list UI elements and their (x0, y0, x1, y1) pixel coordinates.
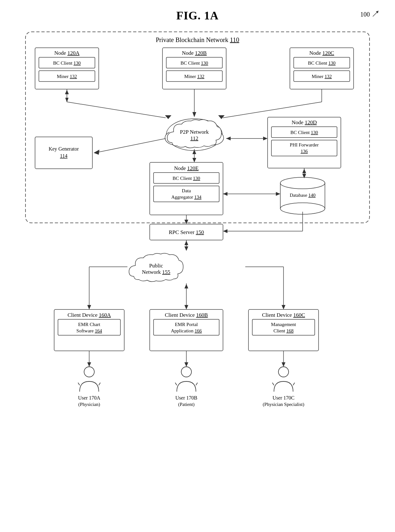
client-device-160b-sw: EMR Portal (175, 322, 198, 327)
node-120a-label: Node 120A (54, 50, 80, 56)
key-generator-ref: 114 (60, 153, 67, 159)
rpc-server-label: RPC Server 150 (169, 229, 204, 235)
arrowhead-120b (192, 112, 196, 117)
user-170a-label: User 170A (78, 395, 100, 401)
arrowhead-160b-user (184, 362, 188, 367)
database-shape: Database 140 (280, 177, 325, 214)
arrowhead-rpc-down (184, 246, 188, 251)
svg-line-25 (272, 383, 274, 385)
svg-text:P2P Network: P2P Network (180, 129, 209, 135)
svg-line-23 (196, 383, 198, 385)
p2p-cloud: P2P Network 112 (165, 119, 224, 151)
arrowhead-pub-160c (282, 305, 285, 309)
node-120e-aggregator: Data (182, 188, 191, 193)
node-120c-label: Node 120C (309, 50, 334, 56)
arrowhead-160b-pub (184, 284, 188, 288)
client-device-160b-sw2: Application 166 (171, 328, 202, 333)
node-120d-phi: PHI Forwarder (290, 142, 319, 147)
user-170c-label: User 170C (273, 395, 295, 401)
client-device-160c-label: Client Device 160C (262, 312, 305, 318)
svg-text:112: 112 (190, 135, 198, 141)
svg-point-21 (181, 367, 191, 377)
client-device-160a-sw2: Software 164 (76, 328, 102, 333)
svg-line-22 (175, 383, 177, 385)
private-network-label: Private Blockchain Network 110 (156, 36, 239, 43)
page-title: FIG. 1A (0, 0, 395, 29)
arrowhead-120d-p2p (226, 137, 231, 140)
client-device-160c-sw: Management (271, 322, 296, 327)
arrowhead-p2p-120d (263, 137, 268, 140)
arrowhead-db-120e (223, 192, 227, 196)
svg-line-26 (293, 383, 295, 385)
arrow-p2p-to-keygen (98, 138, 166, 152)
node-120b-label: Node 120B (182, 50, 207, 56)
node-120e-aggregator2: Aggregator 134 (171, 195, 202, 200)
node-120a-miner: Miner 132 (57, 74, 77, 79)
client-device-160b-label: Client Device 160B (165, 312, 208, 318)
node-120c-bc-client: BC Client 130 (308, 60, 336, 66)
arrowhead-120a-up (65, 90, 69, 94)
arrowhead-120c-p2p (218, 115, 225, 119)
user-170a-sublabel: (Physician) (78, 402, 100, 407)
page-container: FIG. 1A 100 Private Blockchain Network 1… (0, 0, 395, 532)
user-170a-icon (78, 367, 100, 392)
node-120d-phi-ref: 136 (301, 149, 308, 154)
svg-point-18 (84, 367, 94, 377)
diagram-svg: Private Blockchain Network 110 Node 120A… (16, 29, 379, 525)
node-120e-label: Node 120E (174, 165, 199, 171)
arrowhead-pub-up (184, 241, 188, 245)
node-120a-bc-client: BC Client 130 (53, 60, 81, 66)
svg-line-19 (78, 383, 80, 385)
svg-text:Network 155: Network 155 (142, 269, 170, 275)
client-device-160c-sw2: Client 168 (274, 328, 294, 333)
key-generator-box (35, 137, 92, 169)
public-network-cloud: Public Network 155 (129, 253, 183, 281)
client-device-160a-sw: EMR Chart (78, 322, 100, 327)
arrowhead-pub-160a (87, 305, 91, 309)
user-170b-label: User 170B (176, 395, 198, 401)
arrowhead-120e-db (276, 192, 280, 196)
svg-point-13 (280, 177, 325, 189)
arrowhead-160a-user (87, 362, 91, 367)
arrowhead-120a-p2p (165, 115, 171, 119)
user-170c-sublabel: (Physician Specialist) (263, 402, 304, 407)
reference-number: 100 (360, 10, 379, 18)
svg-text:Public: Public (149, 263, 163, 269)
node-120b-miner: Miner 132 (184, 74, 205, 79)
arrowhead-120e-down (184, 220, 188, 224)
arrowhead-pub-160b (184, 305, 188, 309)
node-120d-label: Node 120D (292, 119, 317, 125)
arrow-120a-to-p2p (67, 102, 166, 118)
arrowhead-db-120d (302, 169, 306, 173)
key-generator-label: Key Generator (49, 146, 79, 152)
user-170c-icon (272, 367, 295, 392)
svg-point-24 (278, 367, 289, 377)
user-170b-icon (175, 367, 198, 392)
arrow-120c-to-p2p (223, 102, 322, 118)
svg-line-20 (99, 383, 100, 385)
arrowhead-p2p-120e (192, 158, 196, 162)
svg-text:Database 140: Database 140 (290, 193, 315, 198)
node-120b-bc-client: BC Client 130 (181, 60, 208, 66)
node-120e-bc-client: BC Client 130 (173, 176, 200, 181)
user-170b-sublabel: (Patient) (178, 402, 195, 407)
node-120d-bc-client: BC Client 130 (291, 130, 318, 135)
client-device-160a-label: Client Device 160A (68, 312, 111, 318)
node-120c-miner: Miner 132 (312, 74, 332, 79)
arrowhead-keygen (94, 150, 99, 155)
arrowhead-db-rpc (223, 229, 227, 233)
arrowhead-160c-user (282, 362, 285, 367)
